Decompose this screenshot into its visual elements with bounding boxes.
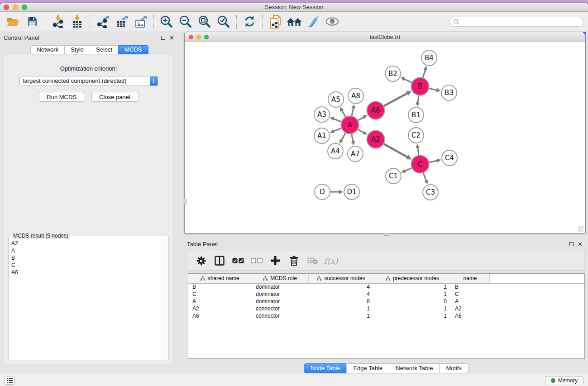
tab-network[interactable]: Network [30,45,64,54]
table-cell[interactable]: B [188,283,252,291]
unselect-all-button[interactable] [249,253,264,268]
graph-edge-B-B3[interactable] [429,88,438,90]
minimize-window-button[interactable] [13,5,18,10]
table-cell[interactable]: 0 [374,298,451,305]
table-cell[interactable]: dominator [252,283,308,291]
graph-edge-C-C3[interactable] [423,173,426,181]
float-table-panel-icon[interactable] [569,242,574,246]
run-mcds-button[interactable]: Run MCDS [39,92,84,102]
function-builder-button[interactable]: f(x) [324,253,338,268]
mcds-result-item[interactable]: B [11,254,161,262]
mcds-result-item[interactable]: A6 [11,269,161,276]
close-panel-button[interactable]: Close panel [91,92,138,102]
column-header-shared-name[interactable]: shared name [188,274,252,283]
tab-select[interactable]: Select [90,45,118,54]
import-network-button[interactable] [48,14,67,30]
table-cell[interactable]: A [188,298,252,305]
column-header-successor-nodes[interactable]: successor nodes [308,274,374,283]
task-history-button[interactable] [5,376,14,385]
graph-edge-C-C1[interactable] [404,168,411,171]
delete-table-button[interactable] [305,253,320,268]
graph-edge-A-A1[interactable] [333,128,341,131]
table-cell[interactable]: 1 [374,291,451,298]
table-cell[interactable]: A [451,298,489,305]
table-cell[interactable]: 1 [374,312,451,319]
table-cell[interactable]: B [451,283,489,291]
table-cell[interactable]: C [188,291,252,298]
table-cell[interactable]: connector [252,305,308,312]
column-header-name[interactable]: name [451,274,489,283]
tab-style[interactable]: Style [64,45,90,54]
export-table-button[interactable] [112,14,131,30]
table-cell[interactable]: A2 [188,305,252,312]
add-column-button[interactable] [268,253,282,268]
open-session-button[interactable] [4,14,23,30]
column-header-MCDS-role[interactable]: MCDS role [252,274,308,283]
tab-edge-table[interactable]: Edge Table [346,363,389,373]
graph-edge-B-B1[interactable] [418,95,419,103]
table-cell[interactable]: 1 [374,283,451,291]
zoom-fit-button[interactable] [195,14,214,30]
zoom-window-button[interactable] [22,5,27,10]
show-columns-button[interactable] [212,253,227,268]
network-canvas[interactable]: B4B2BB3A8A5A6A3B1AC2A1A2A4A7C4CC1C3DD1 [185,43,585,233]
table-row[interactable]: Bdominator41B [188,283,584,291]
close-table-panel-icon[interactable]: ✕ [578,242,583,246]
graph-edge-A6-B[interactable] [384,93,408,106]
mcds-result-scrollbar[interactable] [162,239,167,359]
network-resize-grip[interactable] [578,226,584,232]
graph-edge-C-C2[interactable] [418,147,419,155]
table-options-button[interactable] [194,253,208,268]
table-cell[interactable]: A6 [188,312,252,319]
home-button[interactable] [285,14,304,30]
table-cell[interactable]: dominator [252,298,308,305]
graph-edge-A-A3[interactable] [333,119,341,122]
zoom-in-button[interactable] [157,14,176,30]
graph-edge-A2-C[interactable] [384,144,408,157]
column-header-predecessor-nodes[interactable]: predecessor nodes [374,274,451,283]
table-row[interactable]: A6connector11A6 [188,312,584,319]
table-cell[interactable]: dominator [252,291,308,298]
graph-edge-B-B4[interactable] [423,69,425,78]
table-cell[interactable]: 1 [374,305,451,312]
table-cell[interactable]: A2 [451,305,489,312]
graph-edge-C-C4[interactable] [429,160,438,162]
network-zoom-button[interactable] [204,35,209,39]
table-cell[interactable]: C [451,291,489,298]
memory-button[interactable]: Memory [545,376,583,385]
table-cell[interactable]: A6 [451,312,489,319]
show-graphics-details-button[interactable] [323,14,342,30]
mcds-result-item[interactable]: A [11,247,161,254]
network-minimize-button[interactable] [196,35,201,39]
tab-network-table[interactable]: Network Table [389,363,439,373]
table-cell[interactable]: connector [252,312,308,319]
table-row[interactable]: Cdominator41C [188,291,584,298]
mcds-result-item[interactable]: A2 [11,240,161,247]
export-image-button[interactable] [131,14,150,30]
export-network-button[interactable] [93,14,112,30]
graph-edge-B-B2[interactable] [404,79,412,82]
graph-edge-A-A7[interactable] [352,134,353,142]
close-panel-icon[interactable]: ✕ [169,36,174,40]
hide-annotations-button[interactable] [304,14,323,30]
zoom-selected-button[interactable] [214,14,233,30]
graph-edge-A-A6[interactable] [358,117,364,120]
network-vertical-pan-handle[interactable] [184,199,186,205]
graph-edge-A-A2[interactable] [358,129,364,133]
select-stepper-icon[interactable]: ▲▼ [150,76,158,86]
delete-column-button[interactable] [287,253,301,268]
search-input[interactable] [449,17,583,27]
table-row[interactable]: A2connector11A2 [188,305,584,312]
tab-node-table[interactable]: Node Table [304,363,347,373]
tab-mcds[interactable]: MCDS [118,45,148,54]
network-close-button[interactable] [189,35,193,39]
tab-motifs[interactable]: Motifs [439,363,468,373]
zoom-out-button[interactable] [176,14,195,30]
refresh-button[interactable] [240,14,259,30]
table-cell[interactable]: 1 [308,305,374,312]
table-cell[interactable]: 8 [308,298,374,305]
table-cell[interactable]: 1 [308,312,374,319]
select-all-button[interactable] [231,253,245,268]
graph-edge-A-A5[interactable] [342,110,345,117]
float-panel-icon[interactable] [161,36,165,40]
